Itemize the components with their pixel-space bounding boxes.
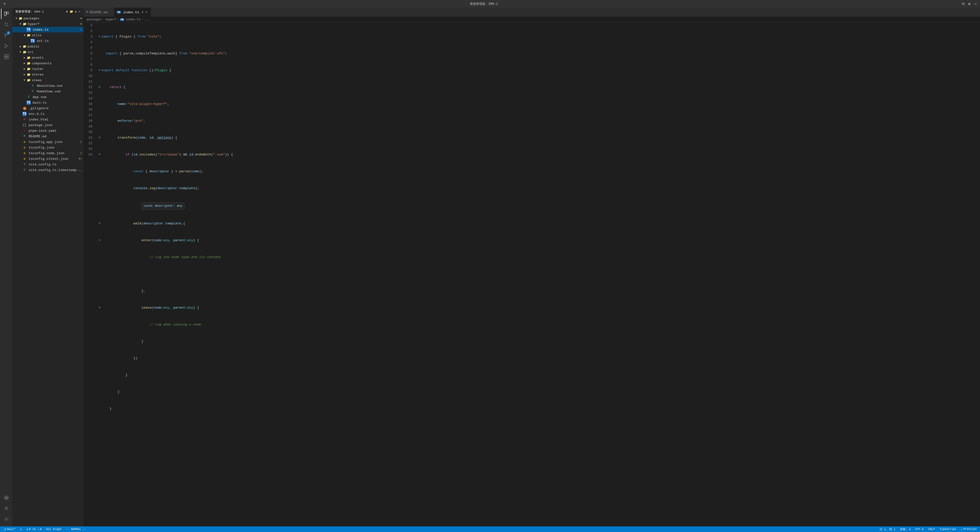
- activity-git[interactable]: 1: [1, 30, 11, 40]
- sidebar-item-gitignore[interactable]: ⬤ .gitignore: [12, 105, 83, 111]
- breadcrumb-more[interactable]: ...: [145, 18, 150, 21]
- svg-rect-1: [6, 12, 8, 14]
- breadcrumb-index-ts[interactable]: index.ts: [126, 18, 141, 21]
- code-line-17: ▼ leave(node:any, parent:any) {: [97, 305, 980, 311]
- folder-icon: 📁: [27, 67, 30, 71]
- fold-arrow[interactable]: ▼: [97, 68, 102, 73]
- code-editor[interactable]: 1 2 3 4 5 6 7 8 9 10 11 12 13 14 15 16 1…: [84, 23, 980, 526]
- menu-icon[interactable]: ≡: [2, 1, 7, 6]
- tab-close-icon[interactable]: ×: [145, 10, 148, 15]
- sidebar-item-tsconfig-json[interactable]: ⚙ tsconfig.json: [12, 145, 83, 150]
- fold-arrow[interactable]: ▼: [97, 238, 102, 243]
- sidebar-item-tsconfig-app[interactable]: ⚙ tsconfig.app.json 1: [12, 139, 83, 145]
- folder-icon: 📁: [27, 73, 30, 76]
- code-line-1: ▼ import { Plugin } from "vite";: [97, 34, 980, 40]
- status-spaces[interactable]: 空格: 4: [899, 526, 912, 532]
- json-gear-icon: ⚙: [22, 145, 27, 150]
- fold-arrow: [97, 322, 102, 328]
- sidebar-item-index-html[interactable]: H index.html: [12, 117, 83, 122]
- sidebar-item-aboutview[interactable]: V AboutView.vue: [12, 83, 83, 89]
- sidebar-item-tsconfig-vitest[interactable]: ⚙ tsconfig.vitest.json 9+: [12, 156, 83, 162]
- json-gear-icon: ⚙: [22, 151, 27, 155]
- yaml-icon: ≡: [22, 129, 27, 133]
- sidebar-item-components[interactable]: ▶ 📁 components: [12, 61, 83, 66]
- code-line-10: console.log(descriptor.template);: [97, 186, 980, 191]
- sidebar-item-views[interactable]: ▼ 📁 views: [12, 77, 83, 83]
- sidebar-item-ast-ts[interactable]: TS ast.ts: [12, 38, 83, 44]
- ts-icon: TS: [30, 39, 35, 43]
- sidebar-item-vite-config-ts[interactable]: V vite.config.ts.timestamp-...: [12, 167, 83, 173]
- sidebar-item-assets[interactable]: ▶ 📁 assets: [12, 55, 83, 61]
- svg-point-4: [5, 33, 5, 34]
- sidebar-item-vite-config[interactable]: V vite.config.ts: [12, 162, 83, 167]
- sidebar-item-package-json[interactable]: {} package.json: [12, 122, 83, 128]
- sidebar-item-readme-md[interactable]: M README.md: [12, 134, 83, 139]
- code-line-19: }: [97, 339, 980, 344]
- collapse-icon[interactable]: ⋯: [78, 10, 80, 13]
- sidebar-item-app-vue[interactable]: V App.vue: [12, 94, 83, 100]
- folder-icon: 📁: [27, 33, 30, 37]
- git-badge: 1: [6, 31, 10, 35]
- new-file-icon[interactable]: ⊕: [66, 10, 68, 13]
- sidebar-item-public[interactable]: ▶ 📁 public: [12, 44, 83, 49]
- new-folder-icon[interactable]: 📁: [70, 10, 73, 13]
- fold-arrow[interactable]: ▼: [97, 152, 102, 158]
- refresh-icon[interactable]: ↻: [75, 10, 77, 13]
- sidebar-item-tsconfig-node[interactable]: ⚙ tsconfig.node.json 2: [12, 150, 83, 156]
- status-sync[interactable]: ↻: [19, 526, 23, 532]
- activity-search[interactable]: [1, 19, 11, 30]
- sidebar-item-utils[interactable]: ▼ 📁 utils: [12, 32, 83, 38]
- json-gear-icon: ⚙: [22, 157, 27, 161]
- status-prettier[interactable]: ✓ Prettier: [960, 526, 978, 532]
- code-line-18: // Log when leaving a node: [97, 322, 980, 328]
- activity-settings[interactable]: [1, 514, 11, 524]
- code-line-7: ▼ transform(code, id, options) {: [97, 135, 980, 141]
- sidebar-item-index-ts[interactable]: TS index.ts 2: [12, 27, 83, 32]
- more-icon[interactable]: ⋯: [973, 1, 978, 6]
- fold-arrow[interactable]: ▼: [97, 305, 102, 311]
- activity-remote[interactable]: [1, 493, 11, 503]
- activity-extensions[interactable]: [1, 52, 11, 62]
- fold-arrow: [97, 288, 102, 294]
- status-eol[interactable]: CRLF: [927, 526, 936, 532]
- sidebar-item-homeview[interactable]: V HomeView.vue: [12, 89, 83, 94]
- sidebar-item-stores[interactable]: ▶ 📁 stores: [12, 72, 83, 77]
- fold-arrow[interactable]: ▼: [97, 135, 102, 141]
- sidebar-item-main-ts[interactable]: TS main.ts: [12, 100, 83, 105]
- code-line-21: }: [97, 373, 980, 378]
- code-content[interactable]: ▼ import { Plugin } from "vite"; import …: [97, 23, 980, 526]
- sidebar-item-env-d-ts[interactable]: TS env.d.ts: [12, 111, 83, 117]
- breadcrumb-hyperf[interactable]: hyperf: [105, 18, 116, 21]
- status-language[interactable]: TypeScript: [939, 526, 958, 532]
- fold-arrow[interactable]: ▼: [97, 221, 102, 226]
- activity-explorer[interactable]: [1, 9, 11, 19]
- sidebar-item-hyperf[interactable]: ▼ 📁 hyperf ●: [12, 21, 83, 27]
- status-encoding[interactable]: UTF-8: [914, 526, 924, 532]
- tab-index-ts[interactable]: TS index.ts 2 ×: [115, 8, 151, 17]
- layout-icon[interactable]: ⊞: [967, 1, 972, 6]
- code-line-5: name:"vite-plugin-hyperf",: [97, 101, 980, 107]
- status-right: 行 1, 列 1 空格: 4 UTF-8 CRLF TypeScript ✓ P…: [879, 526, 978, 532]
- sidebar-item-router[interactable]: ▶ 📁 router: [12, 66, 83, 72]
- activity-account[interactable]: [1, 503, 11, 514]
- arrow-icon: ▼: [18, 22, 22, 26]
- sidebar-item-packages[interactable]: ▼ 📁 packages ●: [12, 16, 83, 21]
- status-git-branch[interactable]: ⎇ main*: [2, 526, 17, 532]
- tab-readme[interactable]: M README.md: [84, 8, 115, 17]
- status-errors[interactable]: ⊘ 0 16 ⚠ 0: [25, 526, 43, 532]
- status-position[interactable]: 行 1, 列 1: [879, 526, 897, 532]
- editor-area: M README.md TS index.ts 2 × packages › h…: [84, 8, 980, 526]
- status-git-graph[interactable]: Git Graph: [45, 526, 62, 532]
- code-line-8: ▼ if (id.includes("src/views") && id.end…: [97, 152, 980, 158]
- breadcrumb-packages[interactable]: packages: [87, 18, 102, 21]
- fold-arrow[interactable]: ▼: [97, 84, 102, 90]
- vue-icon: V: [22, 168, 27, 172]
- sidebar-item-pnpm-lock[interactable]: ≡ pnpm-lock.yaml: [12, 128, 83, 134]
- svg-point-5: [5, 36, 5, 37]
- sidebar-item-src[interactable]: ▼ 📁 src: [12, 49, 83, 55]
- fold-arrow[interactable]: ▼: [97, 34, 102, 40]
- title-bar: ≡ 资源管理器: EMS-1 ⟲ ⊞ ⋯: [0, 0, 980, 8]
- history-icon[interactable]: ⟲: [961, 1, 966, 6]
- fold-arrow: [97, 271, 102, 277]
- activity-run[interactable]: [1, 41, 11, 51]
